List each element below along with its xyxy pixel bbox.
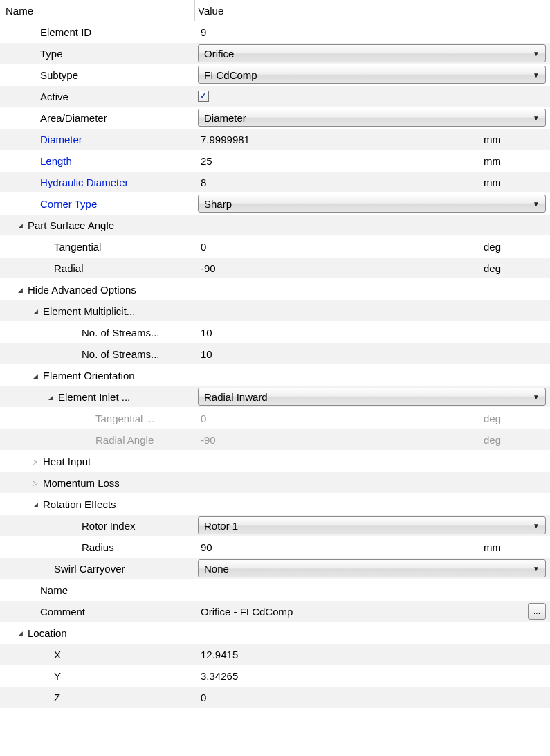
row-hide-advanced[interactable]: Hide Advanced Options (0, 279, 550, 300)
row-x: X 12.9415 (0, 644, 550, 665)
expander-rotation-effects[interactable] (30, 501, 40, 508)
row-heat-input[interactable]: Heat Input (0, 451, 550, 472)
label-element-orientation: Element Orientation (43, 370, 135, 381)
label-radius: Radius (82, 541, 114, 553)
select-element-inlet-value: Radial Inward (204, 391, 268, 403)
unit-radial-angle: deg (481, 434, 550, 446)
expander-part-surface-angle[interactable] (15, 222, 25, 229)
chevron-down-icon: ▼ (533, 565, 540, 573)
label-swirl-carryover: Swirl Carryover (54, 563, 125, 575)
value-radius[interactable]: 90 (198, 541, 212, 553)
row-area-diameter: Area/Diameter Diameter ▼ (0, 107, 550, 129)
label-hydraulic-diameter[interactable]: Hydraulic Diameter (40, 177, 129, 188)
label-radial: Radial (54, 262, 84, 274)
value-streams-2[interactable]: 10 (198, 348, 212, 360)
row-tangential-angle: Tangential ... 0 deg (0, 408, 550, 429)
label-length[interactable]: Length (40, 155, 72, 167)
select-element-inlet[interactable]: Radial Inward ▼ (198, 388, 546, 406)
unit-tangential[interactable]: deg (481, 241, 550, 253)
label-active: Active (40, 91, 68, 102)
select-rotor-index[interactable]: Rotor 1 ▼ (198, 516, 546, 534)
label-comment: Comment (40, 606, 85, 618)
unit-diameter[interactable]: mm (481, 134, 550, 145)
row-diameter: Diameter 7.9999981 mm (0, 129, 550, 150)
unit-radial[interactable]: deg (481, 262, 550, 274)
checkbox-active[interactable] (198, 91, 209, 102)
unit-length[interactable]: mm (481, 155, 550, 167)
label-element-multiplicity: Element Multiplicit... (43, 305, 135, 317)
label-location: Location (28, 627, 67, 639)
row-element-inlet: Element Inlet ... Radial Inward ▼ (0, 386, 550, 408)
row-swirl-carryover: Swirl Carryover None ▼ (0, 558, 550, 579)
select-rotor-index-value: Rotor 1 (204, 520, 238, 532)
label-corner-type[interactable]: Corner Type (40, 198, 97, 210)
expander-hide-advanced[interactable] (15, 286, 25, 294)
row-hydraulic-diameter: Hydraulic Diameter 8 mm (0, 172, 550, 193)
select-area-diameter[interactable]: Diameter ▼ (198, 109, 546, 127)
label-subtype: Subtype (40, 69, 78, 81)
row-type: Type Orifice ▼ (0, 43, 550, 64)
row-element-orientation[interactable]: Element Orientation (0, 365, 550, 386)
value-radial-angle: -90 (198, 434, 216, 446)
row-momentum-loss[interactable]: Momentum Loss (0, 472, 550, 494)
label-area-diameter: Area/Diameter (40, 112, 107, 124)
unit-radius[interactable]: mm (481, 541, 550, 553)
expander-element-orientation[interactable] (30, 372, 40, 379)
label-tangential-angle: Tangential ... (95, 413, 154, 424)
row-rotation-effects[interactable]: Rotation Effects (0, 494, 550, 515)
row-radial: Radial -90 deg (0, 258, 550, 279)
label-part-surface-angle: Part Surface Angle (28, 219, 114, 231)
expander-location[interactable] (15, 629, 25, 637)
expander-element-inlet[interactable] (46, 393, 55, 401)
row-part-surface-angle[interactable]: Part Surface Angle (0, 215, 550, 236)
value-x[interactable]: 12.9415 (198, 649, 238, 660)
label-name: Name (40, 584, 68, 596)
chevron-down-icon: ▼ (533, 200, 540, 208)
value-diameter[interactable]: 7.9999981 (198, 134, 250, 145)
value-comment[interactable]: Orifice - FI CdComp (198, 606, 293, 618)
select-swirl-carryover[interactable]: None ▼ (198, 559, 546, 577)
label-y: Y (54, 670, 61, 682)
label-element-inlet: Element Inlet ... (58, 391, 130, 403)
value-streams-1[interactable]: 10 (198, 327, 212, 339)
select-subtype[interactable]: FI CdComp ▼ (198, 66, 546, 84)
select-area-diameter-value: Diameter (204, 112, 246, 124)
value-z[interactable]: 0 (198, 692, 206, 703)
select-type[interactable]: Orifice ▼ (198, 44, 546, 62)
label-streams-2: No. of Streams... (82, 348, 160, 360)
row-comment: Comment Orifice - FI CdComp ... (0, 601, 550, 622)
select-corner-type-value: Sharp (204, 198, 232, 210)
ellipsis-button[interactable]: ... (528, 603, 546, 620)
label-heat-input: Heat Input (43, 456, 91, 467)
value-hydraulic-diameter[interactable]: 8 (198, 177, 206, 188)
label-radial-angle: Radial Angle (95, 434, 154, 446)
row-element-multiplicity[interactable]: Element Multiplicit... (0, 300, 550, 322)
select-swirl-carryover-value: None (204, 563, 229, 575)
label-rotor-index: Rotor Index (82, 520, 136, 532)
value-radial[interactable]: -90 (198, 262, 216, 274)
property-grid: Name Value Element ID 9 Type Orifice ▼ S… (0, 0, 550, 708)
row-subtype: Subtype FI CdComp ▼ (0, 64, 550, 86)
row-location[interactable]: Location (0, 622, 550, 644)
row-streams-1: No. of Streams... 10 (0, 322, 550, 343)
row-corner-type: Corner Type Sharp ▼ (0, 193, 550, 215)
row-radial-angle: Radial Angle -90 deg (0, 429, 550, 451)
label-rotation-effects: Rotation Effects (43, 498, 116, 510)
unit-hydraulic-diameter[interactable]: mm (481, 177, 550, 188)
expander-heat-input[interactable] (30, 458, 40, 465)
value-tangential[interactable]: 0 (198, 241, 206, 253)
label-diameter[interactable]: Diameter (40, 134, 82, 145)
row-radius: Radius 90 mm (0, 537, 550, 558)
select-corner-type[interactable]: Sharp ▼ (198, 195, 546, 213)
value-length[interactable]: 25 (198, 155, 212, 167)
expander-momentum-loss[interactable] (30, 479, 40, 487)
label-momentum-loss: Momentum Loss (43, 477, 120, 489)
chevron-down-icon: ▼ (533, 71, 540, 79)
row-element-id: Element ID 9 (0, 21, 550, 43)
value-tangential-angle: 0 (198, 413, 206, 424)
select-subtype-value: FI CdComp (204, 69, 257, 81)
value-y[interactable]: 3.34265 (198, 670, 238, 682)
row-rotor-index: Rotor Index Rotor 1 ▼ (0, 515, 550, 537)
expander-element-multiplicity[interactable] (30, 307, 40, 315)
value-element-id[interactable]: 9 (198, 26, 206, 38)
